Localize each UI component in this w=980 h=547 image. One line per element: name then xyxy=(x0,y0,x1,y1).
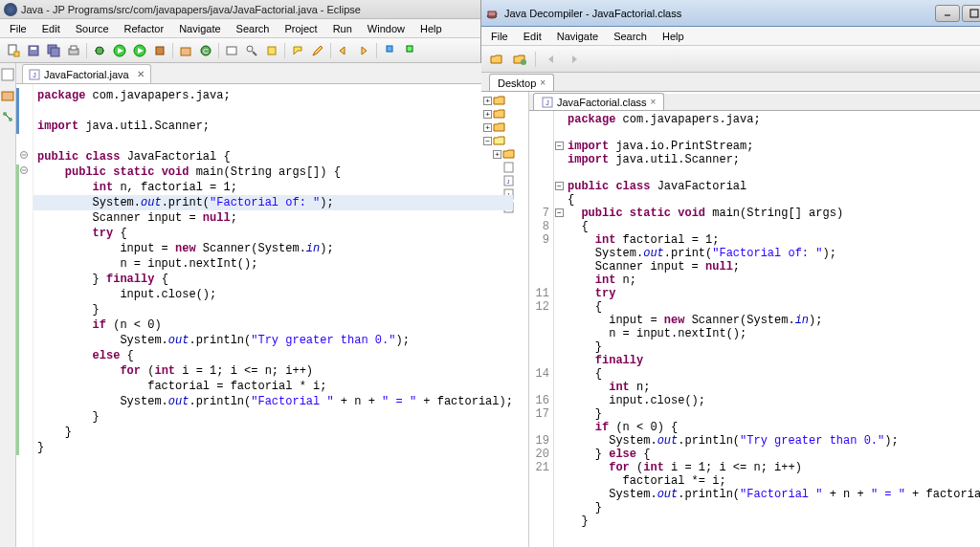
svg-rect-16 xyxy=(181,48,190,55)
back-icon[interactable] xyxy=(334,41,353,60)
svg-rect-19 xyxy=(227,47,236,55)
svg-rect-3 xyxy=(31,47,36,50)
svg-rect-30 xyxy=(2,92,13,100)
menu-search[interactable]: Search xyxy=(229,21,278,36)
package-explorer-icon[interactable] xyxy=(0,88,15,103)
svg-marker-24 xyxy=(313,46,323,55)
forward-arrow-icon[interactable] xyxy=(565,50,584,69)
eclipse-left-trim xyxy=(0,63,16,547)
svg-rect-15 xyxy=(156,47,164,55)
svg-rect-27 xyxy=(387,46,392,52)
menu-run[interactable]: Run xyxy=(325,21,360,36)
jd-workspace-tabs: Desktop × xyxy=(481,73,980,92)
new-class-icon[interactable]: C xyxy=(196,41,215,60)
menu-source[interactable]: Source xyxy=(68,21,117,36)
svg-point-8 xyxy=(96,47,103,55)
close-icon[interactable]: ✕ xyxy=(137,69,145,79)
new-icon[interactable] xyxy=(4,41,23,60)
eclipse-toolbar: C xyxy=(0,38,480,63)
svg-text:C: C xyxy=(203,47,209,55)
close-icon[interactable]: × xyxy=(540,77,546,88)
svg-rect-28 xyxy=(407,46,412,52)
svg-rect-43 xyxy=(970,10,978,17)
editor-tab-label: JavaFactorial.java xyxy=(44,69,129,80)
svg-rect-29 xyxy=(2,69,13,80)
editor-tab-javafactorial[interactable]: J JavaFactorial.java ✕ xyxy=(22,64,151,83)
menu-help[interactable]: Help xyxy=(412,21,450,36)
jd-menu-help[interactable]: Help xyxy=(655,29,692,44)
external-tools-icon[interactable] xyxy=(150,41,169,60)
open-type-icon[interactable] xyxy=(510,50,529,69)
menu-project[interactable]: Project xyxy=(277,21,324,36)
new-package-icon[interactable] xyxy=(176,41,195,60)
menu-navigate[interactable]: Navigate xyxy=(171,21,228,36)
svg-marker-23 xyxy=(294,47,301,55)
annotation-icon[interactable] xyxy=(262,41,281,60)
jd-code-viewer[interactable]: 789 1112 14 1617 192021 − − − package co… xyxy=(529,111,980,547)
pin-icon[interactable] xyxy=(380,41,399,60)
hierarchy-icon[interactable] xyxy=(0,109,15,124)
svg-rect-7 xyxy=(71,46,77,50)
fold-minus-icon[interactable]: − xyxy=(555,208,564,217)
jd-toolbar xyxy=(481,46,980,73)
save-icon[interactable] xyxy=(24,41,43,60)
fold-minus-icon[interactable]: − xyxy=(555,142,564,150)
jd-fold-column[interactable]: − − − xyxy=(554,111,566,547)
menu-window[interactable]: Window xyxy=(360,21,412,36)
coffee-icon xyxy=(485,6,501,21)
svg-marker-26 xyxy=(362,47,367,55)
fold-minus-icon[interactable]: − xyxy=(555,182,564,190)
drop-icon[interactable] xyxy=(400,41,419,60)
jd-line-numbers: 789 1112 14 1617 192021 xyxy=(529,111,554,547)
svg-text:J: J xyxy=(33,72,36,78)
menu-file[interactable]: File xyxy=(2,21,34,36)
run-last-icon[interactable] xyxy=(130,41,149,60)
eclipse-editor-tabs: J JavaFactorial.java ✕ xyxy=(16,63,513,84)
file-tab-javafactorial[interactable]: J JavaFactorial.class × xyxy=(533,93,664,110)
pencil-icon[interactable] xyxy=(308,41,327,60)
close-icon[interactable]: × xyxy=(651,97,657,107)
eclipse-gutter[interactable] xyxy=(16,84,33,547)
jd-menubar: File Edit Navigate Search Help xyxy=(481,27,980,46)
svg-point-20 xyxy=(247,46,253,52)
class-icon: J xyxy=(542,97,553,108)
menu-refactor[interactable]: Refactor xyxy=(117,21,172,36)
forward-icon[interactable] xyxy=(354,41,373,60)
svg-line-21 xyxy=(253,52,256,55)
run-icon[interactable] xyxy=(110,41,129,60)
svg-rect-22 xyxy=(268,47,276,55)
java-file-icon: J xyxy=(29,69,40,80)
debug-icon[interactable] xyxy=(90,41,109,60)
svg-rect-41 xyxy=(488,11,496,16)
jd-titlebar[interactable]: Java Decompiler - JavaFactorial.class xyxy=(481,0,980,27)
menu-edit[interactable]: Edit xyxy=(34,21,68,36)
toggle-mark-icon[interactable] xyxy=(288,41,307,60)
svg-rect-5 xyxy=(51,48,59,56)
jd-menu-edit[interactable]: Edit xyxy=(516,29,549,44)
svg-point-48 xyxy=(521,59,526,65)
svg-marker-46 xyxy=(491,55,501,63)
jd-file-tabs: J JavaFactorial.class × xyxy=(529,94,980,111)
eclipse-icon xyxy=(4,3,17,16)
svg-text:J: J xyxy=(546,99,549,106)
svg-line-33 xyxy=(6,115,10,119)
jd-menu-search[interactable]: Search xyxy=(606,29,655,44)
print-icon[interactable] xyxy=(64,41,83,60)
eclipse-code-editor[interactable]: package com.javapapers.java; import java… xyxy=(16,84,513,547)
minimize-button[interactable] xyxy=(935,5,960,22)
open-type-icon[interactable] xyxy=(222,41,241,60)
svg-rect-1 xyxy=(14,52,19,56)
eclipse-titlebar[interactable]: Java - JP Programs/src/com/javapapers/ja… xyxy=(0,0,480,19)
open-file-icon[interactable] xyxy=(487,50,506,69)
eclipse-menubar: File Edit Source Refactor Navigate Searc… xyxy=(0,19,480,38)
search-icon[interactable] xyxy=(242,41,261,60)
svg-marker-25 xyxy=(340,47,345,55)
jd-menu-navigate[interactable]: Navigate xyxy=(549,29,606,44)
save-all-icon[interactable] xyxy=(44,41,63,60)
restore-view-icon[interactable] xyxy=(0,67,15,82)
jd-menu-file[interactable]: File xyxy=(483,29,516,44)
jd-window: Java Decompiler - JavaFactorial.class Fi… xyxy=(481,0,980,547)
back-arrow-icon[interactable] xyxy=(542,50,561,69)
eclipse-title-text: Java - JP Programs/src/com/javapapers/ja… xyxy=(21,4,361,15)
maximize-button[interactable] xyxy=(962,5,980,22)
